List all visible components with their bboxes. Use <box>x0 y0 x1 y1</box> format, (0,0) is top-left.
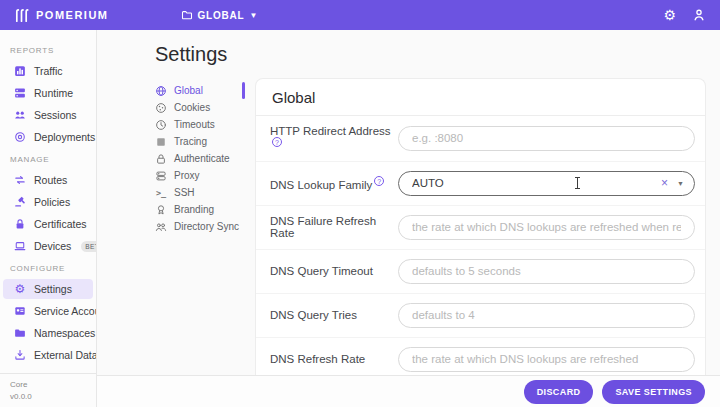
padlock-icon <box>155 153 167 165</box>
subnav-item-directory-sync[interactable]: Directory Sync <box>155 218 251 235</box>
bar-chart-icon <box>14 65 26 77</box>
settings-panel: Global HTTP Redirect Address? DNS Lookup… <box>255 78 706 375</box>
subnav-item-label: Authenticate <box>174 153 230 164</box>
field-row-dns-refresh-rate: DNS Refresh Rate <box>256 338 705 375</box>
sidebar-item-routes[interactable]: Routes <box>3 170 93 190</box>
sidebar-item-label: Namespaces <box>34 327 95 339</box>
beta-badge: BETA <box>81 241 96 252</box>
sidebar-item-label: Sessions <box>34 109 77 121</box>
user-account-icon[interactable] <box>692 8 706 22</box>
sidebar-item-label: Traffic <box>34 65 63 77</box>
subnav-item-cookies[interactable]: Cookies <box>155 99 251 116</box>
sidebar-item-service-accounts[interactable]: Service Accounts <box>3 301 93 321</box>
folder-icon <box>181 9 193 21</box>
field-row-dns-query-tries: DNS Query Tries <box>256 294 705 338</box>
field-row-http-redirect-address: HTTP Redirect Address? <box>256 116 705 162</box>
subnav-item-label: Tracing <box>174 136 207 147</box>
field-row-dns-query-timeout: DNS Query Timeout <box>256 250 705 294</box>
sidebar-item-settings[interactable]: ⚙ Settings <box>3 279 93 299</box>
dns-refresh-rate-input[interactable] <box>398 347 695 372</box>
sidebar-item-label: Devices <box>34 240 71 252</box>
sidebar-item-label: Deployments <box>34 131 95 143</box>
sidebar-item-runtime[interactable]: Runtime <box>3 83 93 103</box>
product-name: Core <box>10 379 86 391</box>
section-title-manage: MANAGE <box>0 149 96 168</box>
subnav-item-label: Branding <box>174 204 214 215</box>
section-title-reports: REPORTS <box>0 40 96 59</box>
gear-icon: ⚙ <box>14 283 26 295</box>
sidebar-item-traffic[interactable]: Traffic <box>3 61 93 81</box>
settings-subnav: Global Cookies Timeouts <box>155 78 251 375</box>
help-icon[interactable]: ? <box>272 137 282 147</box>
brand: POMERIUM <box>14 8 109 23</box>
field-label: DNS Refresh Rate <box>270 353 398 365</box>
laptop-icon <box>14 240 26 252</box>
dns-query-tries-input[interactable] <box>398 303 695 328</box>
page-title: Settings <box>155 43 720 66</box>
sidebar-item-label: Settings <box>34 283 72 295</box>
routes-arrows-icon <box>14 174 26 186</box>
sidebar-item-label: Certificates <box>34 218 87 230</box>
dns-lookup-family-select[interactable] <box>398 171 695 196</box>
namespace-switcher[interactable]: GLOBAL ▼ <box>181 9 259 21</box>
field-label: DNS Query Timeout <box>270 265 398 277</box>
pomerium-logo-icon <box>14 8 29 23</box>
sidebar-item-label: Service Accounts <box>34 305 96 317</box>
subnav-item-label: Timeouts <box>174 119 215 130</box>
sidebar-item-devices[interactable]: Devices BETA <box>3 236 93 256</box>
sidebar-item-deployments[interactable]: Deployments <box>3 127 93 147</box>
http-redirect-address-input[interactable] <box>398 126 695 151</box>
subnav-item-timeouts[interactable]: Timeouts <box>155 116 251 133</box>
clear-selection-icon[interactable]: × <box>661 177 668 189</box>
help-icon[interactable]: ? <box>374 176 384 186</box>
subnav-item-branding[interactable]: Branding <box>155 201 251 218</box>
topbar: POMERIUM GLOBAL ▼ ⚙ <box>0 0 720 30</box>
field-label: HTTP Redirect Address? <box>270 125 398 152</box>
gavel-icon <box>14 196 26 208</box>
field-label: DNS Query Tries <box>270 309 398 321</box>
subnav-item-label: Global <box>174 85 203 96</box>
sidebar-item-certificates[interactable]: Certificates <box>3 214 93 234</box>
dns-failure-refresh-rate-input[interactable] <box>398 215 695 240</box>
action-bar: DISCARD SAVE SETTINGS <box>97 375 720 407</box>
target-icon <box>14 131 26 143</box>
subnav-item-global[interactable]: Global <box>155 82 251 99</box>
brand-name: POMERIUM <box>36 9 109 21</box>
save-settings-button[interactable]: SAVE SETTINGS <box>602 380 705 404</box>
globe-icon <box>155 85 167 97</box>
cookie-icon <box>155 102 167 114</box>
subnav-item-tracing[interactable]: Tracing <box>155 133 251 150</box>
stack-list-icon <box>14 87 26 99</box>
terminal-icon: >_ <box>155 187 167 199</box>
sidebar-item-label: External Data <box>34 349 96 361</box>
panel-title: Global <box>256 79 705 116</box>
sidebar-footer: Core v0.0.0 <box>0 373 96 407</box>
sidebar-item-namespaces[interactable]: Namespaces <box>3 323 93 343</box>
import-data-icon <box>14 349 26 361</box>
field-row-dns-lookup-family: DNS Lookup Family? × ▼ <box>256 162 705 206</box>
subnav-item-label: Cookies <box>174 102 210 113</box>
discard-button[interactable]: DISCARD <box>524 380 594 404</box>
sidebar: REPORTS Traffic Runtime Sessions <box>0 30 97 407</box>
sidebar-item-sessions[interactable]: Sessions <box>3 105 93 125</box>
dns-query-timeout-input[interactable] <box>398 259 695 284</box>
chevron-down-icon: ▼ <box>250 11 259 20</box>
settings-gear-icon[interactable]: ⚙ <box>663 8 676 22</box>
sidebar-item-external-data[interactable]: External Data <box>3 345 93 365</box>
subnav-item-authenticate[interactable]: Authenticate <box>155 150 251 167</box>
dropdown-caret-icon[interactable]: ▼ <box>677 180 684 187</box>
sidebar-item-policies[interactable]: Policies <box>3 192 93 212</box>
lock-icon <box>14 218 26 230</box>
clock-icon <box>155 119 167 131</box>
square-icon <box>155 136 167 148</box>
badge-icon <box>14 305 26 317</box>
sidebar-item-label: Policies <box>34 196 70 208</box>
field-label: DNS Failure Refresh Rate <box>270 215 398 239</box>
field-row-dns-failure-refresh-rate: DNS Failure Refresh Rate <box>256 206 705 250</box>
people-icon <box>14 109 26 121</box>
subnav-item-ssh[interactable]: >_ SSH <box>155 184 251 201</box>
subnav-item-proxy[interactable]: Proxy <box>155 167 251 184</box>
sidebar-item-label: Routes <box>34 174 67 186</box>
sidebar-item-label: Runtime <box>34 87 73 99</box>
field-label: DNS Lookup Family? <box>270 176 398 191</box>
